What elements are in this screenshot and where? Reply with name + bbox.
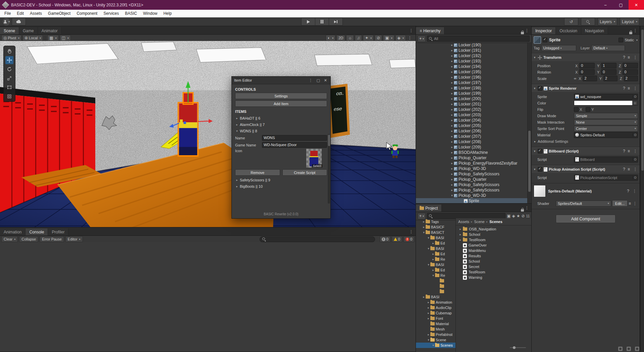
activity-status-icon[interactable] [618,347,623,351]
expander-icon[interactable]: ▸ [450,92,454,95]
expander-icon[interactable]: ▸ [450,81,454,84]
expander-icon[interactable]: ▸ [235,178,239,182]
tag-dropdown[interactable]: Untagged [541,45,576,51]
project-folder-row[interactable]: ▸Animation [416,300,455,305]
menu-edit[interactable]: Edit [14,10,27,17]
presets-icon[interactable]: ≡ [628,55,630,59]
rect-tool-button[interactable] [5,83,13,91]
expander-icon[interactable]: ▸ [450,65,454,68]
expander-icon[interactable]: ▸ [427,317,430,320]
breadcrumb-item[interactable]: Assets [458,220,469,224]
project-folder-row[interactable]: Mesh [416,326,455,332]
mask-interaction-dropdown[interactable]: None [574,119,638,125]
item-editor-item[interactable]: ▸AlarmClock || 7 [235,121,327,128]
transform-header[interactable]: ▾ Transform ?≡⋮ [532,53,640,61]
console-search-input[interactable] [260,236,375,242]
expander-icon[interactable]: ▸ [427,301,430,304]
foldout-icon[interactable]: ▾ [533,168,536,171]
sort-point-dropdown[interactable]: Center [574,126,638,132]
pickup-animation-header[interactable]: ▾ Pickup Animation Script (Script) ?≡⋮ [532,165,640,173]
expander-icon[interactable]: ▸ [450,167,454,170]
expander-icon[interactable]: ▸ [450,188,454,192]
project-asset-row[interactable]: Results [456,253,531,259]
layer-dropdown[interactable]: Default [591,45,625,51]
item-editor-item[interactable]: ▸BigBoots || 10 [235,183,327,189]
tab-game[interactable]: Game [19,27,38,34]
menu-help[interactable]: Help [160,10,175,17]
gameobject-icon[interactable] [534,36,541,44]
object-picker-icon[interactable]: ⊙ [633,133,637,137]
project-folder-row[interactable]: ▸Ed [416,267,455,273]
material-menu-icon[interactable]: ⋮ [632,201,638,206]
project-folder-row[interactable]: ▸Font [416,316,455,321]
expander-icon[interactable]: ▸ [459,227,462,231]
color-picker-icon[interactable]: ⊙ [632,101,638,105]
hierarchy-item[interactable]: ▸Pickup_WD-3D [416,166,527,171]
scrollbar-thumb[interactable] [528,131,531,192]
transform-tool-button[interactable] [5,92,13,100]
presets-icon[interactable]: ≡ [628,86,630,90]
hierarchy-scrollbar[interactable] [527,42,531,203]
expander-icon[interactable]: ▸ [450,129,454,133]
expander-icon[interactable]: ▸ [235,123,239,126]
link-scale-icon[interactable]: ∞ [574,77,576,80]
collapse-button[interactable]: Collapse [19,236,38,242]
name-input[interactable]: WDNS [262,135,327,141]
view-tool-button[interactable] [5,47,13,55]
expander-icon[interactable]: ▸ [450,162,454,165]
color-field[interactable]: ⊙ [574,100,638,105]
hierarchy-item[interactable]: ▸Locker (205) [416,123,527,128]
window-menu-icon[interactable]: ⋮ [308,78,313,83]
material-object-field[interactable]: Sprites-Default⊙ [574,132,638,138]
hierarchy-item[interactable]: ▸Locker (206) [416,128,527,134]
expander-icon[interactable]: ▸ [450,108,454,111]
tab-scene[interactable]: Scene [0,27,19,34]
asset-zoom-slider[interactable] [510,347,526,348]
rotation-x-field[interactable]: 0 [579,69,595,75]
item-editor-titlebar[interactable]: Item Editor ⋮ ▢ ✕ [232,77,330,84]
component-menu-icon[interactable]: ⋮ [632,86,638,91]
project-folder-row[interactable]: Material [416,321,455,326]
hierarchy-item[interactable]: ▸Pickup_EnergyFlavoredZestyBar [416,161,527,166]
hierarchy-item[interactable]: ▸Locker (194) [416,64,527,69]
item-editor-item[interactable]: ▸SafetyScissors || 9 [235,177,327,183]
hierarchy-item[interactable]: ▸Pickup_Quarter [416,177,527,182]
project-folder-row[interactable]: ▸BASICF [416,224,455,230]
gizmos-dropdown[interactable]: ◈ [395,35,406,41]
scale-z-field[interactable]: 2 [624,76,638,81]
scale-x-field[interactable]: 2 [583,76,597,81]
expander-icon[interactable]: ▸ [422,220,426,223]
error-pause-button[interactable]: Error Pause [40,236,64,242]
rotation-z-field[interactable]: 0 [623,69,638,75]
presets-icon[interactable]: ≡ [628,149,630,153]
breadcrumb-item[interactable]: Scene [474,220,485,224]
layers-dropdown[interactable]: Layers [598,18,617,26]
move-tool-button[interactable] [5,56,13,64]
project-asset-row[interactable]: Warning [456,275,531,280]
static-dropdown[interactable]: Static [619,38,638,42]
expander-icon[interactable]: ▸ [450,178,454,181]
hierarchy-item[interactable]: ▸Locker (198) [416,85,527,91]
expander-icon[interactable]: ▾ [427,236,430,239]
project-folder-row[interactable]: ▾BASI [416,235,455,240]
shader-dropdown[interactable]: Sprites/Default [556,201,611,207]
snap-increment-button[interactable]: ◫ [60,35,71,41]
pivot-dropdown[interactable]: ◎Pivot [1,35,21,41]
component-enabled-checkbox[interactable] [538,86,542,91]
sprite-object-field[interactable]: wd_nosquee⊙ [574,94,638,100]
expander-icon[interactable]: ▾ [431,274,435,277]
project-folder-row[interactable]: ▾BASICT [416,230,455,235]
menu-gameobject[interactable]: GameObject [45,10,73,17]
material-options-icon[interactable]: ≡ [629,202,631,206]
project-folder-row[interactable]: ▸Cubemap [416,310,455,316]
expander-icon[interactable]: ▾ [235,129,239,133]
icon-preview[interactable]: Select [306,149,322,168]
expander-icon[interactable]: ▸ [422,225,426,229]
create-object-button[interactable]: + [418,36,426,42]
info-count-toggle[interactable]: !0 [380,236,390,242]
hidden-objects-button[interactable]: ⊘ [375,35,382,41]
project-asset-row[interactable]: ▸School [456,232,531,237]
expander-icon[interactable]: ▸ [450,86,454,90]
project-folder-row[interactable]: ▸PrefabInst [416,332,455,337]
inspector-tab-menu-icon[interactable]: ⋮ [632,28,638,33]
